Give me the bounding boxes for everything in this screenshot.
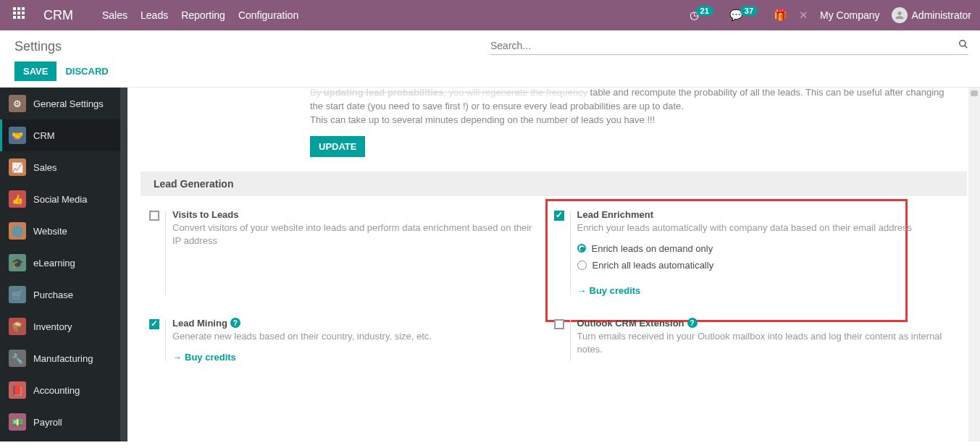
probability-warning: This can take up to several minutes depe…: [310, 114, 951, 127]
help-icon[interactable]: ?: [687, 318, 698, 328]
user-name: Administrator: [912, 9, 971, 21]
sidebar-item-inventory[interactable]: 📦Inventory: [0, 310, 127, 342]
checkbox-visits[interactable]: [149, 211, 159, 221]
sidebar-item-label: Manufacturing: [33, 353, 93, 364]
setting-desc: Turn emails received in your Outlook mai…: [577, 330, 945, 356]
sidebar-item-label: General Settings: [33, 98, 104, 109]
settings-sidebar: ⚙General Settings 🤝CRM 📈Sales 👍Social Me…: [0, 88, 127, 441]
radio-on-demand[interactable]: Enrich leads on demand only: [577, 243, 945, 254]
money-icon: 💵: [9, 413, 26, 431]
discard-button[interactable]: DISCARD: [65, 66, 108, 77]
sidebar-item-label: Inventory: [33, 321, 72, 332]
wrench-icon: 🔧: [9, 350, 26, 367]
sidebar-item-label: Accounting: [33, 385, 80, 396]
page-title: Settings: [14, 39, 109, 54]
setting-title: Lead Mining ?: [172, 318, 540, 329]
setting-desc: Enrich your leads automatically with com…: [577, 221, 945, 234]
topbar: CRM Sales Leads Reporting Configuration …: [0, 0, 980, 30]
sidebar-item-label: Payroll: [33, 417, 62, 428]
chart-icon: 📈: [9, 159, 26, 176]
enrich-radio-group: Enrich leads on demand only Enrich all l…: [577, 243, 945, 271]
app-brand[interactable]: CRM: [43, 8, 73, 23]
messages-tray[interactable]: 💬 37: [729, 9, 762, 22]
avatar-icon: [892, 7, 908, 23]
sidebar-item-label: CRM: [33, 130, 55, 141]
user-menu[interactable]: Administrator: [892, 7, 971, 23]
messages-badge: 37: [740, 6, 758, 16]
company-switcher[interactable]: My Company: [820, 9, 879, 21]
nav-reporting[interactable]: Reporting: [181, 9, 225, 21]
sidebar-item-project[interactable]: ✔Project: [0, 438, 127, 441]
setting-outlook-extension: Outlook CRM Extension ? Turn emails rece…: [554, 318, 959, 363]
checkbox-enrichment[interactable]: [554, 211, 564, 221]
save-button[interactable]: SAVE: [14, 62, 56, 81]
setting-desc: Convert visitors of your website into le…: [172, 221, 540, 248]
sidebar-item-purchase[interactable]: 🛒Purchase: [0, 279, 127, 310]
sidebar-scrollbar[interactable]: [120, 88, 127, 441]
sidebar-item-website[interactable]: 🌐Website: [0, 215, 127, 247]
gear-icon: ⚙: [9, 95, 26, 112]
radio-label: Enrich all leads automatically: [592, 260, 714, 271]
setting-visits-to-leads: Visits to Leads Convert visitors of your…: [149, 209, 554, 296]
nav-leads[interactable]: Leads: [141, 9, 168, 21]
globe-icon: 🌐: [9, 222, 26, 240]
activities-badge: 21: [696, 6, 713, 16]
search-input[interactable]: [490, 40, 958, 51]
search-bar[interactable]: [490, 39, 968, 55]
sidebar-item-social[interactable]: 👍Social Media: [0, 183, 127, 215]
sidebar-item-label: Sales: [33, 162, 57, 173]
search-icon[interactable]: [958, 39, 968, 51]
sidebar-item-label: Website: [33, 226, 67, 237]
nav-configuration[interactable]: Configuration: [238, 9, 298, 21]
svg-line-1: [965, 46, 968, 48]
book-icon: 📕: [9, 381, 26, 399]
sidebar-item-manufacturing[interactable]: 🔧Manufacturing: [0, 342, 127, 374]
radio-icon: [577, 244, 586, 253]
probability-help-text: By updating lead probabilities, you will…: [127, 88, 980, 172]
radio-icon: [577, 261, 587, 270]
settings-content: By updating lead probabilities, you will…: [127, 88, 980, 441]
handshake-icon: 🤝: [9, 127, 26, 144]
sidebar-item-general[interactable]: ⚙General Settings: [0, 88, 127, 119]
topbar-right: ◷ 21 💬 37 🎁 ✕ My Company Administrator: [690, 7, 971, 23]
setting-title: Visits to Leads: [172, 209, 540, 220]
sidebar-item-crm[interactable]: 🤝CRM: [0, 119, 127, 151]
setting-title: Outlook CRM Extension ?: [577, 318, 945, 329]
radio-auto[interactable]: Enrich all leads automatically: [577, 260, 945, 271]
graduation-icon: 🎓: [9, 254, 26, 271]
radio-label: Enrich leads on demand only: [592, 243, 713, 254]
setting-lead-mining: Lead Mining ? Generate new leads based o…: [149, 318, 554, 363]
checkbox-outlook[interactable]: [554, 319, 564, 329]
settings-grid: Visits to Leads Convert visitors of your…: [127, 209, 980, 363]
setting-lead-enrichment: Lead Enrichment Enrich your leads automa…: [554, 209, 959, 296]
update-button[interactable]: UPDATE: [310, 136, 365, 157]
sidebar-item-label: eLearning: [33, 258, 75, 269]
cart-icon: 🛒: [9, 286, 26, 303]
box-icon: 📦: [9, 318, 26, 335]
arrow-right-icon: →: [577, 285, 587, 296]
control-panel: Settings SAVE DISCARD: [0, 30, 980, 88]
nav-links: Sales Leads Reporting Configuration: [102, 9, 298, 21]
close-tray-icon[interactable]: ✕: [799, 9, 808, 22]
content-scrollbar[interactable]: [968, 88, 980, 441]
checkbox-mining[interactable]: [149, 319, 159, 329]
sidebar-item-sales[interactable]: 📈Sales: [0, 151, 127, 183]
help-icon[interactable]: ?: [230, 318, 240, 328]
sidebar-item-label: Social Media: [33, 194, 87, 205]
sidebar-item-label: Purchase: [33, 289, 73, 300]
buy-credits-link[interactable]: →Buy credits: [172, 352, 236, 363]
thumbs-up-icon: 👍: [9, 190, 26, 208]
sidebar-item-accounting[interactable]: 📕Accounting: [0, 374, 127, 406]
sidebar-item-elearning[interactable]: 🎓eLearning: [0, 247, 127, 279]
nav-sales[interactable]: Sales: [102, 9, 127, 21]
buy-credits-link[interactable]: →Buy credits: [577, 285, 641, 296]
apps-icon[interactable]: [13, 7, 29, 23]
gift-icon[interactable]: 🎁: [774, 9, 787, 22]
sidebar-item-payroll[interactable]: 💵Payroll: [0, 406, 127, 438]
setting-desc: Generate new leads based on their countr…: [172, 330, 540, 343]
svg-point-0: [960, 41, 966, 46]
arrow-right-icon: →: [172, 352, 182, 363]
activities-tray[interactable]: ◷ 21: [690, 9, 718, 22]
section-lead-generation: Lead Generation: [141, 172, 967, 196]
setting-title: Lead Enrichment: [577, 209, 945, 220]
